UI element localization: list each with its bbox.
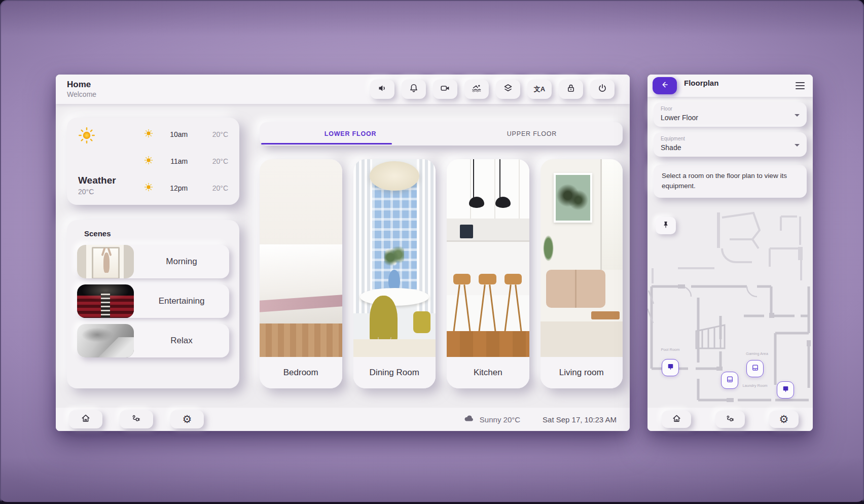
floorplan-map[interactable]: Pool Room Gaming Area Laundry Room — [647, 211, 813, 408]
page-title: Home — [67, 80, 96, 90]
scene-morning-thumbnail — [77, 245, 134, 278]
layers-icon — [503, 83, 513, 95]
scene-relax-thumbnail — [77, 324, 134, 357]
weather-card: Weather 20°C 10am 20°C 11am 20°C 12pm 20 — [67, 118, 239, 205]
pool-icon — [472, 83, 482, 95]
device-screen: Home Welcome 文A Weather 20°C — [0, 0, 864, 504]
weather-title: Weather — [78, 175, 144, 186]
shade-marker-pool-room[interactable] — [662, 359, 679, 376]
rooms-section: LOWER FLOOR UPPER FLOOR Bedroom Dining R… — [260, 122, 623, 388]
floorplan-room-label: Laundry Room — [739, 383, 771, 388]
scene-morning[interactable]: Morning — [77, 245, 229, 278]
gear-icon: ⚙ — [183, 414, 192, 425]
scene-entertaining-thumbnail — [77, 284, 134, 318]
main-panel: Home Welcome 文A Weather 20°C — [56, 75, 630, 431]
chevron-down-icon — [795, 144, 800, 147]
floor-select[interactable]: Floor Lower Floor — [654, 102, 807, 127]
energy-nav-button[interactable] — [120, 410, 153, 428]
sun-icon — [144, 183, 155, 194]
tab-upper-floor[interactable]: UPPER FLOOR — [441, 122, 623, 146]
forecast-temp: 20°C — [194, 130, 228, 138]
camera-icon — [440, 83, 450, 95]
menu-button[interactable] — [796, 82, 805, 89]
sun-icon — [78, 127, 144, 146]
power-icon — [597, 83, 607, 95]
bell-icon — [409, 83, 419, 95]
main-header: Home Welcome 文A — [56, 75, 630, 104]
shade-marker-gaming-area[interactable] — [746, 360, 764, 377]
volume-icon — [377, 83, 387, 95]
plug-icon — [726, 414, 735, 425]
shade-closed-icon — [781, 385, 790, 395]
page-heading: Home Welcome — [67, 80, 96, 98]
translate-icon: 文A — [534, 85, 545, 94]
chevron-down-icon — [795, 114, 800, 117]
floor-tabs: LOWER FLOOR UPPER FLOOR — [260, 122, 623, 146]
room-card-dining-room[interactable]: Dining Room — [353, 159, 436, 388]
room-card-kitchen[interactable]: Kitchen — [447, 159, 529, 388]
power-button[interactable] — [590, 80, 615, 99]
dining-room-photo — [353, 159, 436, 357]
side-bottom-bar: ⚙ — [647, 408, 813, 431]
weather-status: Sunny 20°C — [463, 413, 520, 426]
home-nav-button[interactable] — [69, 410, 102, 428]
scenes-title: Scenes — [84, 229, 229, 238]
weather-forecast: 10am 20°C 11am 20°C 12pm 20°C — [144, 127, 228, 196]
settings-nav-button[interactable]: ⚙ — [170, 410, 204, 428]
forecast-time: 11am — [161, 157, 188, 165]
notifications-button[interactable] — [402, 80, 426, 99]
room-name: Living room — [541, 357, 623, 388]
pool-button[interactable] — [464, 80, 489, 99]
sun-icon — [144, 156, 155, 167]
pushpin-icon — [662, 221, 670, 231]
sun-icon — [144, 129, 155, 140]
room-card-living-room[interactable]: Living room — [541, 159, 623, 388]
plug-icon — [131, 413, 141, 425]
layers-button[interactable] — [496, 80, 520, 99]
weather-status-text: Sunny 20°C — [480, 415, 520, 424]
lock-button[interactable] — [559, 80, 583, 99]
scene-entertaining[interactable]: Entertaining — [77, 284, 229, 318]
scene-label: Relax — [134, 324, 229, 357]
shade-marker-center[interactable] — [721, 372, 738, 389]
floorplan-title: Floorplan — [684, 79, 718, 87]
energy-nav-button[interactable] — [715, 411, 745, 428]
room-card-bedroom[interactable]: Bedroom — [260, 159, 342, 388]
room-name: Dining Room — [353, 357, 436, 388]
settings-nav-button[interactable]: ⚙ — [769, 411, 799, 428]
shade-closed-icon — [666, 363, 675, 373]
language-button[interactable]: 文A — [527, 80, 552, 99]
forecast-temp: 20°C — [194, 157, 228, 165]
datetime-text: Sat Sep 17, 10:23 AM — [543, 415, 617, 424]
volume-button[interactable] — [370, 80, 394, 99]
equipment-select-label: Equipment — [661, 136, 800, 141]
active-tab-indicator — [261, 143, 392, 145]
equipment-select[interactable]: Equipment Shade — [654, 132, 807, 157]
shade-marker-laundry-room[interactable] — [777, 381, 794, 399]
camera-button[interactable] — [433, 80, 457, 99]
scene-relax[interactable]: Relax — [77, 324, 229, 357]
lock-icon — [566, 83, 576, 95]
floor-select-value: Lower Floor — [661, 114, 698, 122]
forecast-row: 10am 20°C — [144, 129, 228, 140]
room-name: Kitchen — [447, 357, 529, 388]
tab-lower-floor[interactable]: LOWER FLOOR — [260, 122, 441, 146]
bedroom-photo — [260, 159, 342, 357]
scenes-card: Scenes Morning Entertaining Relax — [67, 220, 239, 388]
forecast-time: 12pm — [161, 184, 188, 192]
floorplan-room-label: Gaming Area — [742, 351, 772, 356]
room-name: Bedroom — [260, 357, 342, 388]
home-icon — [672, 414, 681, 425]
back-button[interactable] — [653, 77, 677, 94]
shade-open-icon — [751, 364, 760, 374]
main-bottom-bar: ⚙ Sunny 20°C Sat Sep 17, 10:23 AM — [56, 408, 630, 431]
home-nav-button[interactable] — [662, 411, 691, 428]
scene-label: Morning — [134, 245, 229, 278]
weather-summary: Weather 20°C — [78, 127, 144, 196]
hint-card: Select a room on the floor plan to view … — [654, 165, 807, 198]
scene-label: Entertaining — [134, 284, 229, 318]
floor-select-label: Floor — [661, 106, 800, 112]
living-room-photo — [541, 159, 623, 357]
equipment-select-value: Shade — [661, 143, 681, 152]
pin-button[interactable] — [656, 217, 676, 234]
